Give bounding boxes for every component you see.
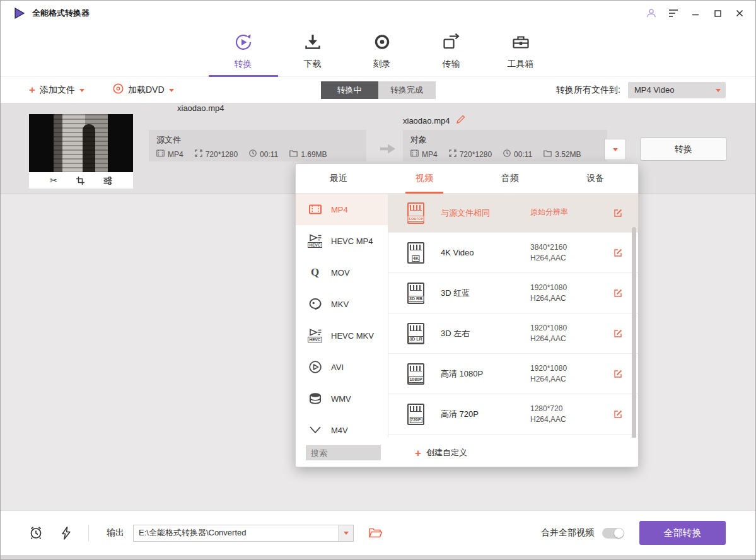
source-duration: 00:11 bbox=[249, 149, 278, 159]
format-panel-tabs: 最近 视频 音频 设备 bbox=[296, 164, 638, 194]
film-icon bbox=[410, 149, 419, 159]
format-panel-footer: + 创建自定义 bbox=[296, 438, 638, 467]
film-icon bbox=[156, 149, 165, 159]
plus-icon: + bbox=[415, 448, 421, 458]
format-list: MP4 HEVC HEVC MP4 Q MOV MKV bbox=[296, 194, 388, 438]
resolution-icon bbox=[195, 149, 202, 159]
format-picker-panel: 最近 视频 音频 设备 MP4 HEVC HEVC MP4 bbox=[295, 163, 639, 467]
convert-file-button[interactable]: 转换 bbox=[640, 137, 727, 161]
chevron-down-icon bbox=[716, 89, 721, 95]
add-files-button[interactable]: + 添加文件 bbox=[29, 85, 84, 96]
clock-icon bbox=[503, 149, 511, 159]
edit-preset-icon[interactable] bbox=[613, 369, 623, 379]
format-row-hevc-mp4[interactable]: HEVC HEVC MP4 bbox=[296, 225, 388, 257]
tab-finished[interactable]: 转换完成 bbox=[378, 81, 436, 99]
format-row-hevc-mkv[interactable]: HEVC HEVC MKV bbox=[296, 320, 388, 351]
panel-tab-device[interactable]: 设备 bbox=[552, 164, 638, 193]
edit-preset-icon[interactable] bbox=[613, 208, 623, 218]
schedule-alarm-icon[interactable] bbox=[29, 526, 43, 540]
merge-toggle[interactable] bbox=[602, 528, 624, 539]
convert-icon bbox=[234, 33, 253, 54]
preset-row-3d-lr[interactable]: 3D LR 3D 左右 1920*1080H264,AAC bbox=[388, 313, 638, 354]
chevron-down-icon bbox=[344, 532, 349, 537]
source-resolution: 720*1280 bbox=[195, 149, 238, 159]
tab-converting[interactable]: 转换中 bbox=[321, 81, 378, 99]
format-row-mkv[interactable]: MKV bbox=[296, 288, 388, 320]
preset-row-3d-rb[interactable]: 3D RB 3D 红蓝 1920*1080H264,AAC bbox=[388, 273, 638, 313]
chevron-down-icon bbox=[79, 89, 84, 95]
close-button[interactable] bbox=[734, 8, 745, 19]
preset-file-icon: 720P bbox=[407, 404, 424, 425]
format-row-avi[interactable]: AVI bbox=[296, 351, 388, 383]
format-row-wmv[interactable]: WMV bbox=[296, 383, 388, 414]
tab-download[interactable]: 下载 bbox=[278, 26, 347, 76]
path-dropdown-area[interactable] bbox=[338, 525, 353, 541]
edit-preset-icon[interactable] bbox=[613, 329, 623, 339]
tab-burn[interactable]: 刻录 bbox=[347, 26, 417, 76]
preset-row-1080p[interactable]: 1080P 高清 1080P 1920*1080H264,AAC bbox=[388, 354, 638, 394]
edit-preset-icon[interactable] bbox=[613, 288, 623, 298]
preset-row-same-as-source[interactable]: source 与源文件相同 原始分辨率 bbox=[388, 194, 638, 233]
panel-tab-video[interactable]: 视频 bbox=[381, 164, 467, 193]
tab-toolbox[interactable]: 工具箱 bbox=[486, 26, 555, 76]
panel-tab-audio[interactable]: 音频 bbox=[467, 164, 553, 193]
video-preview[interactable] bbox=[29, 114, 133, 172]
panel-tab-recent[interactable]: 最近 bbox=[296, 164, 381, 193]
tab-transfer-label: 传输 bbox=[443, 59, 460, 70]
tab-convert[interactable]: 转换 bbox=[209, 26, 278, 76]
crop-icon[interactable] bbox=[76, 177, 84, 185]
target-format: MP4 bbox=[410, 149, 438, 159]
nav-tab-group: 转换 下载 刻录 传输 bbox=[209, 26, 555, 76]
source-size: 1.69MB bbox=[289, 150, 327, 159]
effects-sliders-icon[interactable] bbox=[103, 177, 112, 185]
source-to-target-arrow-icon bbox=[379, 143, 397, 158]
app-logo-icon bbox=[13, 7, 26, 20]
search-input[interactable] bbox=[306, 445, 381, 460]
chevron-down-icon bbox=[169, 89, 174, 95]
preset-file-icon: 4K bbox=[407, 242, 424, 264]
edit-preset-icon[interactable] bbox=[613, 409, 623, 419]
menu-icon[interactable] bbox=[668, 8, 679, 19]
add-files-label: 添加文件 bbox=[40, 85, 75, 96]
user-account-icon[interactable] bbox=[646, 8, 657, 19]
resolution-icon bbox=[449, 149, 457, 159]
load-dvd-button[interactable]: 加载DVD bbox=[113, 83, 174, 96]
open-output-folder-icon[interactable] bbox=[369, 528, 382, 538]
target-info-row: MP4 720*1280 00:11 3.52MB bbox=[410, 149, 600, 159]
high-speed-lightning-icon[interactable] bbox=[62, 527, 71, 540]
preset-row-4k[interactable]: 4K 4K Video 3840*2160H264,AAC bbox=[388, 233, 638, 273]
format-dropdown-button[interactable] bbox=[604, 139, 626, 160]
convert-all-button[interactable]: 全部转换 bbox=[639, 521, 726, 545]
maximize-button[interactable] bbox=[712, 8, 723, 19]
format-row-mov[interactable]: Q MOV bbox=[296, 257, 388, 288]
output-path-input[interactable] bbox=[134, 525, 338, 541]
output-path-select[interactable] bbox=[133, 525, 354, 542]
rename-pencil-icon[interactable] bbox=[456, 115, 465, 127]
format-row-m4v[interactable]: M4V bbox=[296, 414, 388, 438]
tab-download-label: 下载 bbox=[304, 59, 322, 70]
target-duration: 00:11 bbox=[503, 149, 532, 159]
trim-scissors-icon[interactable]: ✂ bbox=[50, 176, 57, 185]
minimize-button[interactable] bbox=[690, 8, 701, 19]
create-custom-button[interactable]: + 创建自定义 bbox=[415, 447, 467, 458]
m4v-icon bbox=[307, 426, 323, 435]
burn-disc-icon bbox=[373, 33, 392, 54]
target-size: 3.52MB bbox=[544, 150, 581, 159]
divider bbox=[88, 525, 89, 541]
window-blinds-overlay bbox=[54, 114, 108, 172]
tab-convert-label: 转换 bbox=[235, 59, 252, 70]
tab-burn-label: 刻录 bbox=[373, 59, 391, 70]
preset-file-icon: 1080P bbox=[407, 363, 424, 385]
edit-preset-icon[interactable] bbox=[613, 248, 623, 258]
preset-scrollbar[interactable] bbox=[632, 227, 636, 438]
output-format-select[interactable]: MP4 Video bbox=[628, 82, 726, 98]
matroska-icon bbox=[307, 297, 323, 311]
queue-tabs: 转换中 转换完成 bbox=[321, 81, 436, 99]
format-row-mp4[interactable]: MP4 bbox=[296, 194, 388, 225]
preset-row-720p[interactable]: 720P 高清 720P 1280*720H264,AAC bbox=[388, 394, 638, 435]
toolbox-icon bbox=[511, 33, 530, 54]
tab-transfer[interactable]: 传输 bbox=[417, 26, 486, 76]
source-info-row: MP4 720*1280 00:11 1.69MB bbox=[156, 149, 359, 159]
app-title: 全能格式转换器 bbox=[32, 8, 90, 19]
bottom-bar: 输出 合并全部视频 全部转换 bbox=[1, 510, 755, 555]
